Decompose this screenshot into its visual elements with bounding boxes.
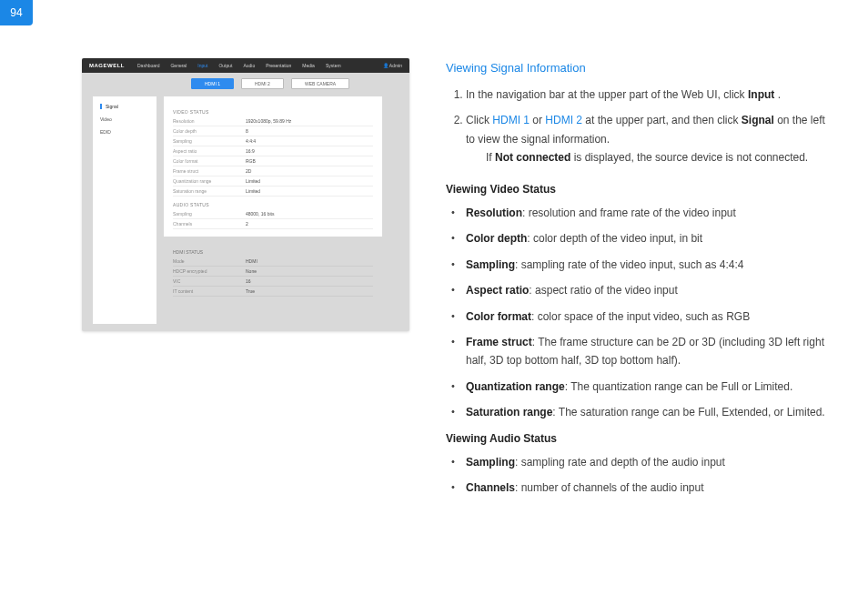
section-heading: Viewing Signal Information (446, 58, 832, 78)
page-number-badge: 94 (0, 0, 33, 25)
status-row: Saturation rangeLimited (173, 187, 373, 197)
tab-item[interactable]: WEB CAMERA (291, 78, 349, 89)
status-row: IT contentTrue (173, 287, 373, 297)
nav-item[interactable]: Input (197, 63, 207, 68)
video-item-color-format: Color format: color space of the input v… (466, 308, 832, 326)
status-row: Sampling48000, 16 bits (173, 209, 373, 219)
video-item-quantization: Quantization range: The quantization ran… (466, 378, 832, 396)
status-row: Quantization rangeLimited (173, 176, 373, 187)
sidebar-item[interactable]: EDID (100, 129, 149, 135)
status-row: Color formatRGB (173, 156, 373, 166)
status-row: VIC16 (173, 277, 373, 287)
video-item-resolution: Resolution: resolution and frame rate of… (466, 204, 832, 222)
brand-logo: MAGEWELL (89, 63, 125, 68)
audio-status-subheading: Viewing Audio Status (446, 429, 832, 448)
video-status-subheading: Viewing Video Status (446, 180, 832, 198)
video-item-sampling: Sampling: sampling rate of the video inp… (466, 256, 832, 274)
status-row: Sampling4:4:4 (173, 136, 373, 146)
embedded-ui-screenshot: MAGEWELL DashboardGeneralInputOutputAudi… (82, 58, 409, 331)
tab-item[interactable]: HDMI 1 (191, 78, 234, 89)
user-label: 👤 Admin (383, 63, 402, 68)
nav-item[interactable]: Dashboard (137, 63, 159, 68)
video-item-frame-struct: Frame struct: The frame structure can be… (466, 333, 832, 370)
status-row: Frame struct2D (173, 166, 373, 176)
status-row: Aspect ratio16:9 (173, 146, 373, 156)
status-row: Color depth8 (173, 126, 373, 136)
left-sidebar: SignalVideoEDID (93, 96, 156, 324)
sidebar-item[interactable]: Video (100, 116, 149, 122)
video-item-aspect-ratio: Aspect ratio: aspect ratio of the video … (466, 281, 832, 299)
tab-item[interactable]: HDMI 2 (241, 78, 284, 89)
sidebar-item[interactable]: Signal (100, 104, 149, 109)
step-2-note: If Not connected is displayed, the sourc… (466, 148, 832, 166)
status-row: HDCP encryptedNone (173, 267, 373, 277)
documentation-column: Viewing Signal Information In the naviga… (446, 58, 832, 505)
audio-status-heading: AUDIO STATUS (173, 202, 373, 207)
video-status-heading: VIDEO STATUS (173, 109, 373, 115)
nav-item[interactable]: Presentation (266, 63, 291, 68)
input-tabs: HDMI 1HDMI 2WEB CAMERA (191, 78, 409, 89)
nav-item[interactable]: Audio (243, 63, 255, 68)
step-1: In the navigation bar at the upper part … (466, 86, 832, 104)
status-row: Resolution1920x1080p, 59.89 Hz (173, 116, 373, 126)
hdmi-status-heading: HDMI STATUS (173, 249, 373, 255)
top-nav: DashboardGeneralInputOutputAudioPresenta… (137, 63, 341, 68)
status-row: ModeHDMI (173, 257, 373, 267)
nav-item[interactable]: Media (302, 63, 315, 68)
status-row: Channels2 (173, 219, 373, 229)
status-panel: VIDEO STATUS Resolution1920x1080p, 59.89… (164, 96, 382, 237)
nav-item[interactable]: Output (218, 63, 232, 68)
audio-item-channels: Channels: number of channels of the audi… (466, 479, 832, 497)
nav-item[interactable]: System (326, 63, 341, 68)
video-item-color-depth: Color depth: color depth of the video in… (466, 229, 832, 247)
video-item-saturation: Saturation range: The saturation range c… (466, 403, 832, 421)
nav-item[interactable]: General (170, 63, 187, 68)
audio-item-sampling: Sampling: sampling rate and depth of the… (466, 453, 832, 471)
step-2: Click HDMI 1 or HDMI 2 at the upper part… (466, 111, 832, 166)
